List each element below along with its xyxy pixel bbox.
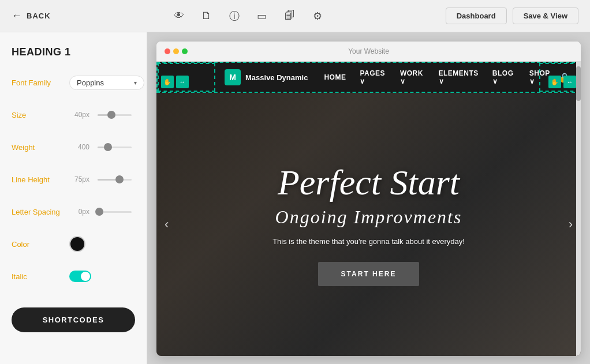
size-control: 40px [69, 111, 135, 119]
color-row: Color [12, 234, 135, 254]
toolbar-right: Dashboard Save & View [446, 7, 578, 24]
italic-label: Italic [12, 272, 69, 281]
color-label: Color [12, 240, 69, 249]
nav-logo: M Massive Dynamic [225, 69, 308, 85]
file-icon[interactable]: 🗋 [197, 7, 216, 25]
letter-spacing-row: Letter Spacing 0px [12, 201, 135, 222]
nav-drag-icon[interactable]: ✋ [161, 76, 174, 88]
size-row: Size 40px [12, 104, 135, 125]
browser-dots [165, 48, 188, 54]
eye-icon[interactable]: 👁 [170, 7, 188, 25]
nav-item-pages[interactable]: PAGES ∨ [353, 66, 393, 89]
scrollbar[interactable] [576, 62, 581, 356]
nav-item-home[interactable]: HOME [317, 70, 353, 85]
line-height-control: 75px [69, 175, 135, 183]
nav-overlay-left: ✋ ↔ [158, 63, 215, 92]
line-height-row: Line Height 75px [12, 169, 135, 190]
save-view-button[interactable]: Save & View [513, 7, 578, 24]
nav-items: HOME PAGES ∨ WORK ∨ ELEMENTS ∨ BLOG ∨ SH… [317, 66, 559, 89]
italic-row: Italic [12, 266, 135, 287]
site-nav: ✋ ↔ M Massive Dynamic HOME PAGES ∨ WORK … [156, 62, 581, 93]
font-family-control: Poppins ▾ [69, 76, 144, 90]
weight-slider[interactable] [98, 147, 132, 148]
panel-title: HEADING 1 [12, 46, 135, 58]
line-height-label: Line Height [12, 175, 69, 184]
info-icon[interactable]: ⓘ [225, 7, 244, 25]
dot-red [165, 48, 170, 54]
back-label: BACK [27, 12, 51, 20]
export-icon[interactable]: 🗐 [281, 7, 299, 25]
nav-item-work[interactable]: WORK ∨ [393, 66, 432, 89]
nav-overlay-right: ✋ ↔ [539, 63, 580, 92]
hero-tagline: This is the theme that you're gonna talk… [272, 237, 465, 246]
dashboard-button[interactable]: Dashboard [446, 7, 507, 24]
logo-icon: M [225, 69, 241, 85]
hero-prev-arrow[interactable]: ‹ [165, 217, 169, 232]
italic-toggle[interactable] [69, 271, 91, 282]
size-slider[interactable] [98, 114, 132, 116]
letter-spacing-label: Letter Spacing [12, 208, 69, 216]
hero-subtitle: Ongoing Improvments [275, 207, 462, 228]
size-label: Size [12, 111, 69, 119]
size-value: 40px [69, 111, 89, 119]
line-height-value: 75px [69, 175, 89, 183]
weight-control: 400 [69, 143, 135, 151]
back-arrow-icon: ← [12, 10, 22, 22]
toggle-thumb [81, 272, 90, 281]
browser-window: Your Website ✋ ↔ M Massive Dynamic HOME [156, 42, 581, 356]
weight-row: Weight 400 [12, 137, 135, 157]
letter-spacing-slider[interactable] [98, 211, 132, 213]
chevron-down-icon: ▾ [134, 80, 137, 86]
font-family-label: Font Family [12, 78, 69, 87]
main-content: HEADING 1 Font Family Poppins ▾ Size 40p… [0, 32, 590, 364]
website-area: ✋ ↔ M Massive Dynamic HOME PAGES ∨ WORK … [156, 62, 581, 356]
top-bar: ← BACK 👁 🗋 ⓘ ▭ 🗐 ⚙ Dashboard Save & View [0, 0, 590, 32]
italic-toggle-container [69, 271, 91, 282]
font-family-dropdown[interactable]: Poppins ▾ [69, 76, 144, 90]
shortcodes-button[interactable]: SHORTCODES [12, 307, 135, 332]
mobile-icon[interactable]: ▭ [253, 7, 271, 25]
right-preview: Your Website ✋ ↔ M Massive Dynamic HOME [147, 32, 590, 364]
letter-spacing-control: 0px [69, 208, 135, 216]
line-height-slider[interactable] [98, 179, 132, 181]
scrollbar-thumb[interactable] [576, 66, 581, 101]
dot-green [182, 48, 188, 54]
hero-section: Perfect Start Ongoing Improvments This i… [156, 93, 581, 356]
browser-url-label: Your Website [348, 47, 389, 55]
hero-title: Perfect Start [278, 163, 460, 202]
settings-icon[interactable]: ⚙ [308, 7, 327, 25]
weight-label: Weight [12, 143, 69, 152]
nav-resize-icon[interactable]: ↔ [176, 76, 189, 88]
letter-spacing-value: 0px [69, 208, 89, 216]
logo-text: Massive Dynamic [245, 73, 308, 82]
nav-drag-icon-right[interactable]: ✋ [548, 76, 561, 88]
font-family-value: Poppins [77, 78, 104, 87]
left-panel: HEADING 1 Font Family Poppins ▾ Size 40p… [0, 32, 147, 364]
nav-item-elements[interactable]: ELEMENTS ∨ [432, 66, 486, 89]
dot-yellow [173, 48, 179, 54]
nav-item-blog[interactable]: BLOG ∨ [486, 66, 522, 89]
toolbar-center: 👁 🗋 ⓘ ▭ 🗐 ⚙ [170, 7, 327, 25]
hero-cta-button[interactable]: START HERE [318, 262, 420, 286]
color-control [69, 236, 135, 252]
hero-next-arrow[interactable]: › [569, 217, 573, 232]
weight-value: 400 [69, 143, 89, 151]
nav-resize-icon-right[interactable]: ↔ [563, 76, 576, 88]
italic-control [69, 271, 135, 282]
browser-chrome: Your Website [156, 42, 581, 62]
font-family-row: Font Family Poppins ▾ [12, 72, 135, 93]
back-button[interactable]: ← BACK [12, 10, 51, 22]
color-swatch[interactable] [69, 236, 85, 252]
